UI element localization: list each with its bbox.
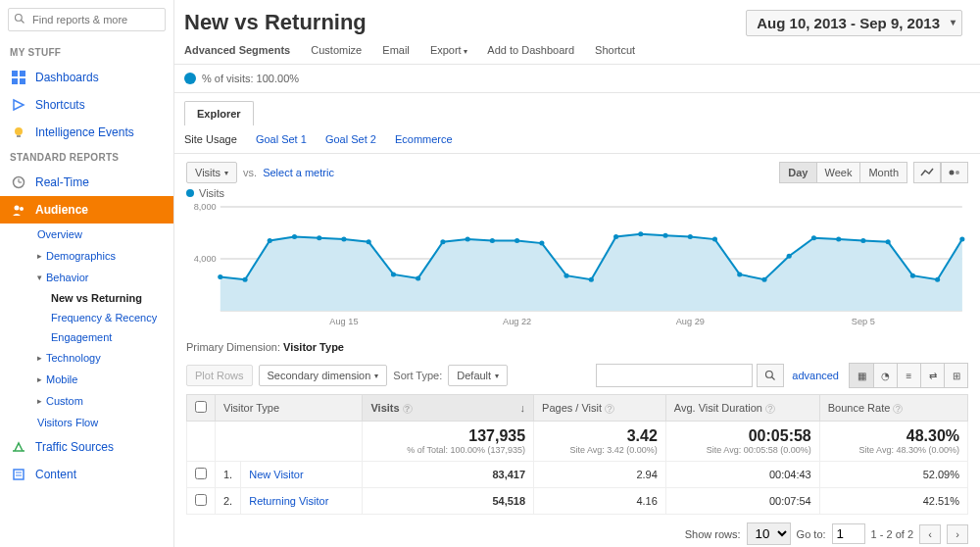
sidebar-label: Shortcuts — [35, 98, 85, 112]
sidebar-item-traffic-sources[interactable]: Traffic Sources — [0, 433, 173, 461]
leaf-frequency[interactable]: Frequency & Recency — [41, 308, 173, 327]
goto-input[interactable] — [832, 523, 865, 544]
sidebar-item-intelligence[interactable]: Intelligence Events — [0, 119, 173, 146]
svg-point-11 — [15, 206, 20, 211]
view-table-icon[interactable]: ▦ — [850, 364, 873, 387]
email-link[interactable]: Email — [382, 44, 410, 56]
svg-point-54 — [959, 237, 964, 242]
svg-point-48 — [811, 235, 816, 240]
table-search-button[interactable] — [757, 364, 784, 387]
subtab-site-usage[interactable]: Site Usage — [184, 133, 237, 145]
svg-text:Sep 5: Sep 5 — [852, 317, 875, 326]
sidebar-item-content[interactable]: Content — [0, 461, 173, 488]
select-all-checkbox[interactable] — [195, 401, 207, 413]
svg-point-38 — [564, 274, 568, 278]
col-visits[interactable]: Visits? — [363, 395, 534, 422]
subtab-goal2[interactable]: Goal Set 2 — [325, 133, 376, 145]
pager-prev-button[interactable]: ‹ — [919, 524, 941, 544]
row-checkbox[interactable] — [195, 468, 207, 479]
metric-dropdown[interactable]: Visits — [186, 162, 237, 183]
svg-point-44 — [712, 237, 717, 242]
svg-point-18 — [956, 171, 959, 174]
svg-point-34 — [466, 237, 470, 242]
subtab-goal1[interactable]: Goal Set 1 — [256, 133, 307, 145]
svg-point-17 — [950, 171, 955, 175]
view-comparison-icon[interactable]: ⇄ — [920, 364, 944, 387]
main-content: New vs Returning Aug 10, 2013 - Sep 9, 2… — [174, 0, 980, 547]
percent-visits-row: % of visits: 100.00% — [174, 65, 980, 93]
svg-point-53 — [935, 277, 940, 282]
granularity-month[interactable]: Month — [860, 162, 907, 183]
goto-label: Go to: — [797, 528, 826, 540]
export-link[interactable]: Export — [430, 44, 467, 56]
table-search-input[interactable] — [596, 364, 753, 387]
customize-link[interactable]: Customize — [311, 44, 362, 56]
sidebar-item-audience[interactable]: Audience — [0, 196, 173, 224]
sidebar-section-mystuff: MY STUFF — [0, 41, 173, 64]
date-range-picker[interactable]: Aug 10, 2013 - Sep 9, 2013 — [746, 10, 962, 36]
leaf-new-vs-returning[interactable]: New vs Returning — [41, 288, 173, 308]
subnav-custom[interactable]: Custom — [27, 390, 173, 412]
svg-line-60 — [772, 377, 775, 380]
svg-point-37 — [539, 241, 544, 246]
svg-point-50 — [860, 238, 865, 243]
dashboards-icon — [10, 71, 27, 84]
sort-type-dropdown[interactable]: Default — [448, 365, 508, 386]
svg-point-26 — [268, 238, 272, 243]
subnav-technology[interactable]: Technology — [27, 347, 173, 369]
svg-rect-7 — [17, 135, 21, 137]
pager-next-button[interactable]: › — [947, 524, 968, 544]
chart-type-motion-icon[interactable] — [941, 162, 968, 183]
view-pivot-icon[interactable]: ⊞ — [944, 364, 967, 387]
svg-point-52 — [910, 274, 915, 278]
subtab-ecom[interactable]: Ecommerce — [395, 133, 453, 145]
tab-explorer[interactable]: Explorer — [184, 101, 254, 125]
sort-type-label: Sort Type: — [393, 370, 442, 381]
col-visitor-type[interactable]: Visitor Type — [216, 395, 363, 422]
select-metric-link[interactable]: Select a metric — [263, 167, 334, 178]
view-bar-icon[interactable]: ≡ — [897, 364, 920, 387]
svg-rect-2 — [12, 71, 18, 76]
legend-dot-icon — [186, 189, 194, 197]
svg-point-47 — [787, 254, 792, 259]
row-checkbox[interactable] — [195, 494, 207, 506]
sidebar-label: Traffic Sources — [35, 440, 114, 454]
visitor-type-link[interactable]: Returning Visitor — [249, 495, 328, 507]
secondary-dimension-dropdown[interactable]: Secondary dimension — [259, 365, 388, 386]
advanced-filter-link[interactable]: advanced — [792, 370, 839, 381]
granularity-week[interactable]: Week — [817, 162, 861, 183]
search-input[interactable] — [8, 8, 166, 31]
add-dashboard-link[interactable]: Add to Dashboard — [487, 44, 574, 56]
svg-point-0 — [16, 15, 23, 22]
sidebar-item-realtime[interactable]: Real-Time — [0, 169, 173, 196]
svg-text:Aug 15: Aug 15 — [329, 317, 358, 326]
chart-type-line-icon[interactable] — [913, 162, 941, 183]
subnav-mobile[interactable]: Mobile — [27, 369, 173, 390]
granularity-day[interactable]: Day — [779, 162, 816, 183]
svg-point-6 — [15, 127, 23, 135]
svg-text:Aug 22: Aug 22 — [503, 317, 531, 326]
col-bounce-rate[interactable]: Bounce Rate? — [819, 395, 967, 422]
leaf-engagement[interactable]: Engagement — [41, 327, 173, 347]
sidebar: MY STUFF Dashboards Shortcuts Intelligen… — [0, 0, 174, 547]
advanced-segments-link[interactable]: Advanced Segments — [184, 44, 290, 56]
sidebar-item-dashboards[interactable]: Dashboards — [0, 64, 173, 91]
show-rows-select[interactable]: 10 — [747, 522, 791, 545]
subnav-behavior[interactable]: Behavior — [27, 267, 173, 288]
bulb-icon — [10, 125, 27, 139]
sidebar-item-shortcuts[interactable]: Shortcuts — [0, 91, 173, 119]
subnav-demographics[interactable]: Demographics — [27, 245, 173, 267]
pager-range: 1 - 2 of 2 — [871, 528, 913, 540]
col-avg-duration[interactable]: Avg. Visit Duration? — [665, 395, 819, 422]
shortcuts-icon — [10, 98, 27, 112]
primary-dimension-row: Primary Dimension: Visitor Type — [174, 331, 980, 359]
subnav-overview[interactable]: Overview — [27, 224, 173, 245]
col-pages-visit[interactable]: Pages / Visit? — [534, 395, 666, 422]
svg-point-41 — [638, 231, 643, 236]
subnav-visitors-flow[interactable]: Visitors Flow — [27, 412, 173, 433]
shortcut-link[interactable]: Shortcut — [595, 44, 635, 56]
audience-subnav: Overview Demographics Behavior New vs Re… — [0, 224, 173, 433]
sidebar-label: Real-Time — [35, 175, 89, 189]
visitor-type-link[interactable]: New Visitor — [249, 469, 303, 480]
view-pie-icon[interactable]: ◔ — [873, 364, 897, 387]
